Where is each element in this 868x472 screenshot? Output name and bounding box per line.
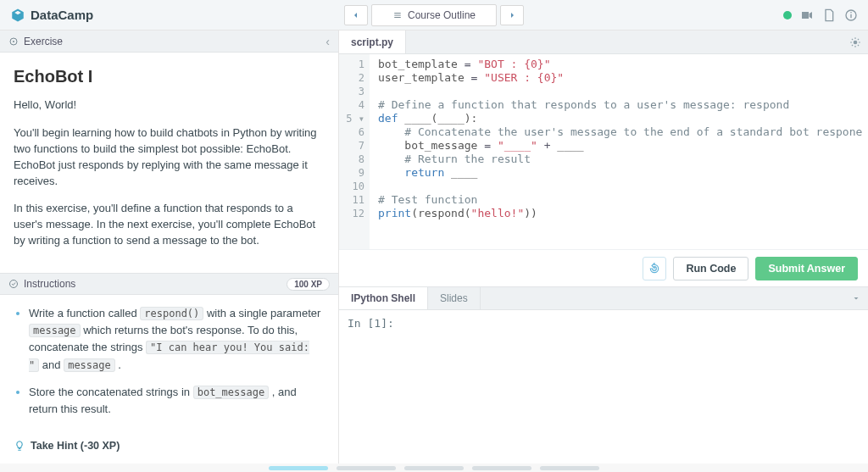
exercise-header: Exercise ‹ [0,31,338,53]
line-gutter: 12345 ▾6789101112 [339,54,370,249]
code-message: message [29,324,81,337]
exercise-header-label: Exercise [24,36,63,47]
instruction-item: Store the concatenated strings in bot_me… [29,384,325,418]
target-icon [8,36,19,47]
logo[interactable]: DataCamp [10,8,93,23]
submit-answer-button[interactable]: Submit Answer [755,257,858,280]
exercise-hello: Hello, World! [14,97,325,114]
arrow-right-icon [507,10,517,20]
progress-step[interactable] [540,466,599,470]
sun-icon [849,36,861,48]
top-right-icons [783,8,858,22]
course-outline-label: Course Outline [408,9,476,21]
instructions-header-label: Instructions [24,278,75,290]
pdf-icon[interactable] [822,8,836,22]
progress-dots [0,464,868,472]
tab-ipython[interactable]: IPython Shell [339,287,428,309]
list-icon [392,11,403,19]
progress-step[interactable] [404,466,464,470]
instructions-header: Instructions 100 XP [0,273,338,295]
main: Exercise ‹ EchoBot I Hello, World! You'l… [0,31,868,464]
svg-point-4 [854,40,858,44]
reset-button[interactable] [643,257,666,280]
course-nav: Course Outline [344,4,524,26]
tab-slides[interactable]: Slides [428,287,481,309]
collapse-left-button[interactable]: ‹ [326,35,330,48]
shell-tabs: IPython Shell Slides [339,286,868,310]
run-code-button[interactable]: Run Code [673,257,748,280]
video-icon[interactable] [800,8,814,22]
exercise-p2: In this exercise, you'll define a functi… [14,201,325,249]
check-circle-icon [8,279,19,289]
svg-point-2 [13,41,14,42]
progress-step[interactable] [472,466,531,470]
take-hint-button[interactable]: Take Hint (-30 XP) [0,435,338,464]
reset-icon [648,263,660,275]
top-bar: DataCamp Course Outline [0,0,868,31]
instructions-body: Write a function called respond() with a… [0,295,338,435]
shell-prompt: In [1]: [348,317,394,330]
right-panel: script.py 12345 ▾6789101112 bot_template… [339,31,868,464]
code-message2: message [64,358,115,372]
editor-settings-button[interactable] [843,31,868,53]
action-row: Run Code Submit Answer [339,249,868,286]
exercise-p1: You'll begin learning how to build chatb… [14,125,325,189]
chevron-down-icon [851,293,861,303]
course-outline-button[interactable]: Course Outline [371,4,497,26]
tab-script[interactable]: script.py [339,31,406,53]
ipython-shell[interactable]: In [1]: [339,310,868,464]
shell-collapse-button[interactable] [844,287,868,309]
hint-label: Take Hint (-30 XP) [31,440,120,452]
code-bot-message: bot_message [193,386,269,399]
xp-badge: 100 XP [287,278,330,291]
logo-text: DataCamp [31,8,93,22]
info-icon[interactable] [844,8,858,22]
editor-tabs: script.py [339,31,868,54]
prev-button[interactable] [344,5,368,25]
arrow-left-icon [351,10,361,20]
lightbulb-icon [14,440,25,452]
code-area[interactable]: bot_template = "BOT : {0}"user_template … [370,54,868,249]
code-editor[interactable]: 12345 ▾6789101112 bot_template = "BOT : … [339,54,868,249]
exercise-title: EchoBot I [14,64,325,89]
datacamp-logo-icon [10,8,25,23]
status-dot-icon [783,11,792,19]
left-panel: Exercise ‹ EchoBot I Hello, World! You'l… [0,31,339,464]
svg-point-3 [10,280,18,288]
instruction-item: Write a function called respond() with a… [29,305,325,374]
next-button[interactable] [500,5,524,25]
progress-step[interactable] [269,466,328,470]
progress-step[interactable] [337,466,396,470]
exercise-body: EchoBot I Hello, World! You'll begin lea… [0,53,338,273]
code-respond: respond() [140,307,203,320]
